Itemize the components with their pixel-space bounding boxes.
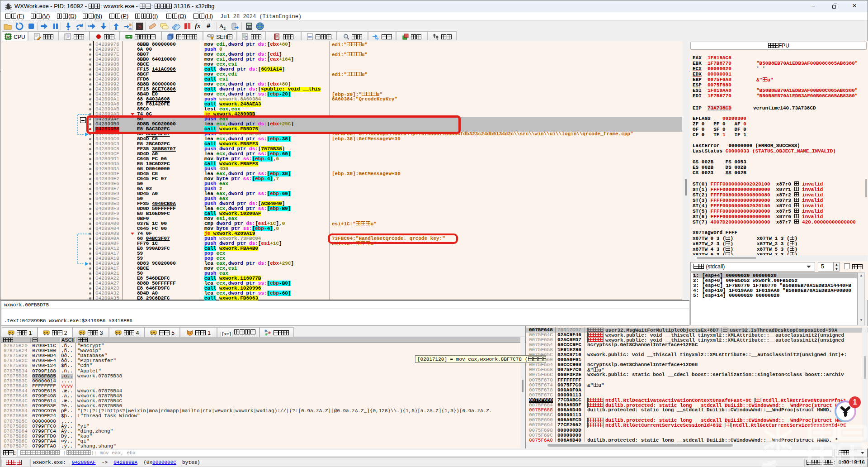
svg-text:<>: <> (307, 35, 312, 39)
svg-text:S: S (138, 23, 141, 30)
svg-text:32: 32 (7, 35, 10, 38)
